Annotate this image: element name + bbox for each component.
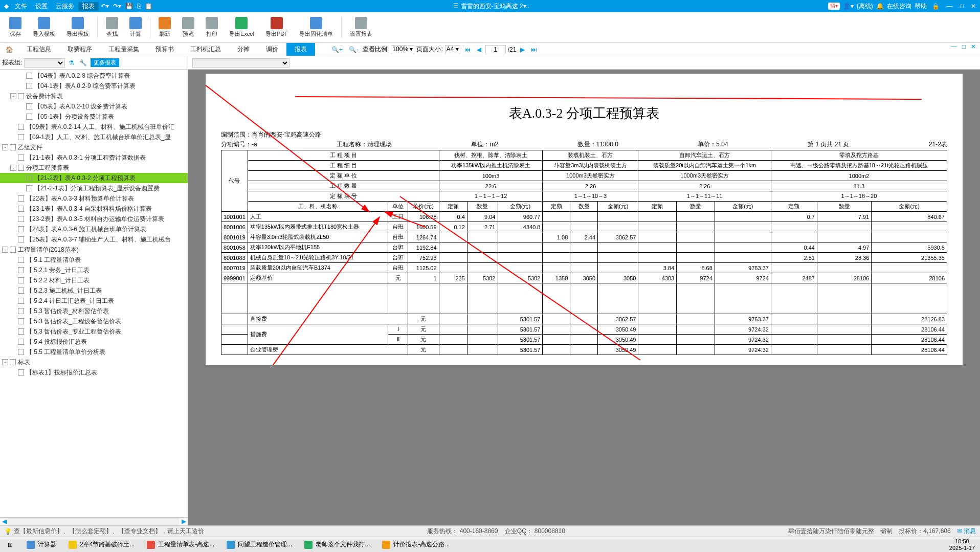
tree-item[interactable]: -设备费计算表 [0, 91, 188, 101]
tree-item[interactable]: 【21-1表】表A.0.3-1 分项工程费计算数据表 [0, 152, 188, 163]
tree-item[interactable]: 【 5.3 暂估价表_工程设备暂估价表 [0, 316, 188, 326]
tree-item[interactable]: 【04-1表】表A.0.2-9 综合费率计算表 [0, 81, 188, 91]
ribbon-export-solid[interactable]: 导出固化清单 [294, 17, 338, 38]
tree-item[interactable]: -工程量清单(2018范本) [0, 245, 188, 255]
ribbon-print[interactable]: 打印 [201, 17, 223, 38]
tree-item[interactable]: 【23-1表】表A.0.3-4 自采材料料场价格计算表 [0, 204, 188, 214]
next-page-icon[interactable]: ▶ [518, 46, 527, 53]
undo-icon[interactable]: ↶▾ [99, 3, 111, 10]
ribbon-settings-report[interactable]: 设置报表 [345, 17, 377, 38]
close-panel-icon[interactable]: ✕ [969, 43, 978, 56]
app-icon[interactable]: ◆ [2, 3, 11, 10]
content-select[interactable] [192, 58, 289, 68]
close-icon[interactable]: ✕ [969, 3, 978, 10]
ribbon-export-template[interactable]: 导出模板 [61, 17, 94, 38]
tree-item[interactable]: 【21-2表】表A.0.3-2 分项工程预算表 [0, 173, 188, 183]
wrench-icon[interactable]: 🔧 [78, 59, 88, 67]
prev-page-icon[interactable]: ◀ [475, 46, 483, 53]
ribbon-find[interactable]: 查找 [101, 17, 123, 38]
last-page-icon[interactable]: ⏭ [529, 46, 539, 53]
start-button[interactable]: ⊞ [0, 541, 20, 548]
tab-report[interactable]: 报表 [286, 43, 315, 56]
ribbon-refresh[interactable]: 刷新 [153, 17, 176, 38]
tree-item[interactable]: 【 5.4 投标报价汇总表 [0, 337, 188, 347]
ribbon-import-template[interactable]: 导入模板 [28, 17, 60, 38]
badge-zhao[interactable]: 招▾ [828, 3, 840, 10]
ribbon-preview[interactable]: 预览 [177, 17, 199, 38]
tree-item[interactable]: -乙组文件 [0, 142, 188, 152]
copy-icon[interactable]: ⎘ [135, 3, 143, 10]
tab-qty-collect[interactable]: 工程量采集 [100, 43, 147, 56]
tree-item[interactable]: 【 5.3 暂估价表_材料暂估价表 [0, 306, 188, 316]
minimize-icon[interactable]: — [945, 3, 955, 10]
status-tip[interactable]: 查【最新信息价】、【怎么套定额】、【查专业文档】，请上天工造价 [14, 527, 204, 536]
tree-item[interactable]: 【04表】表A.0.2-8 综合费率计算表 [0, 71, 188, 81]
lock-icon[interactable]: 🔒 [930, 3, 942, 10]
taskbar-item-3[interactable]: 同望工程造价管理... [220, 537, 298, 552]
menu-cloud[interactable]: 云服务 [52, 2, 78, 11]
menu-file[interactable]: 文件 [11, 2, 31, 11]
tree-item[interactable]: 【 5.2.2 材料_计日工表 [0, 275, 188, 285]
tree-item[interactable]: 【标表1】投标报价汇总表 [0, 367, 188, 378]
tree-item[interactable]: 【09表】表A.0.2-14 人工、材料、施工机械台班单价汇 [0, 122, 188, 132]
first-page-icon[interactable]: ⏮ [462, 46, 473, 53]
taskbar-item-2[interactable]: 工程量清单表-高速... [141, 537, 220, 552]
tree-item[interactable]: 【23-2表】表A.0.3-5 材料自办运输单位运费计算表 [0, 214, 188, 224]
report-group-select[interactable] [24, 58, 65, 68]
ribbon-calc[interactable]: 计算 [124, 17, 147, 38]
ribbon-save[interactable]: 保存 [4, 17, 27, 38]
ribbon-export-excel[interactable]: 导出Excel [224, 17, 259, 38]
content-area[interactable]: 表A.0.3-2 分项工程预算表 编制范围： 肖肖的西安-宝鸡高速公路 分项编号… [188, 56, 980, 525]
page-input[interactable] [485, 45, 506, 54]
ribbon-export-pdf[interactable]: 导出PDF [260, 17, 293, 38]
tree-item[interactable]: 【09-1表】人工、材料、施工机械台班单价汇总表_显 [0, 132, 188, 142]
scroll-right-icon[interactable]: ▶ [180, 518, 188, 525]
redo-icon[interactable]: ↷▾ [111, 3, 123, 10]
tree-item[interactable]: 【05-1表】分项设备费计算表 [0, 112, 188, 122]
tab-fee-program[interactable]: 取费程序 [59, 43, 100, 56]
save-icon[interactable]: 💾 [123, 3, 135, 10]
tab-allocation[interactable]: 分摊 [229, 43, 258, 56]
taskbar-item-1[interactable]: 2章4节路基破碎土... [62, 537, 141, 552]
tab-project-info[interactable]: 工程信息 [18, 43, 59, 56]
bell-icon[interactable]: 🔔 [876, 3, 884, 10]
help-link[interactable]: 帮助 [915, 2, 927, 11]
tree-item[interactable]: -分项工程预算表 [0, 163, 188, 173]
tree-item[interactable]: 【24表】表A.0.3-6 施工机械台班单价计算表 [0, 224, 188, 234]
zoom-in-icon[interactable]: 🔍+ [329, 46, 345, 53]
minimize-panel-icon[interactable]: — [949, 43, 959, 56]
paste-icon[interactable]: 📋 [143, 3, 154, 10]
tree-item[interactable]: -标表 [0, 357, 188, 367]
scroll-left-icon[interactable]: ◀ [0, 518, 8, 525]
zoom-select[interactable]: 100% ▾ [391, 45, 414, 54]
restore-panel-icon[interactable]: □ [960, 43, 968, 56]
report-tree[interactable]: 【04表】表A.0.2-8 综合费率计算表【04-1表】表A.0.2-9 综合费… [0, 70, 188, 517]
filter-icon[interactable]: ⚗ [67, 59, 76, 67]
tab-budget[interactable]: 预算书 [147, 43, 182, 56]
consult-link[interactable]: 在线咨询 [887, 2, 911, 11]
message-link[interactable]: ✉ 消息 [957, 527, 976, 536]
home-icon[interactable]: 🏠 [0, 43, 18, 56]
user-icon[interactable]: 👤▾ [843, 3, 854, 10]
taskbar-clock[interactable]: 10:502025-1-17 [944, 538, 980, 551]
tree-item[interactable]: 【25表】表A.0.3-7 辅助生产人工、材料、施工机械台 [0, 234, 188, 245]
page-size-select[interactable]: A4 ▾ [445, 45, 460, 54]
zoom-out-icon[interactable]: 🔍- [347, 46, 361, 53]
taskbar-calculator[interactable]: 计算器 [20, 537, 62, 552]
tree-item[interactable]: 【 5.3 暂估价表_专业工程暂估价表 [0, 326, 188, 337]
tree-item[interactable]: 【 5.2.1 劳务_计日工表 [0, 265, 188, 275]
doc-title[interactable]: 雷雷的西安-宝鸡高速 2▾.. [461, 2, 530, 11]
tree-item[interactable]: 【 5.1 工程量清单表 [0, 255, 188, 265]
tab-adjust-price[interactable]: 调价 [258, 43, 286, 56]
tree-item[interactable]: 【21-2-1表】分项工程预算表_显示设备购置费 [0, 183, 188, 193]
more-reports-button[interactable]: 更多报表 [91, 58, 119, 67]
taskbar-item-4[interactable]: 老师这个文件我打... [298, 537, 376, 552]
tree-item[interactable]: 【05表】表A.0.2-10 设备费计算表 [0, 101, 188, 112]
taskbar-item-5[interactable]: 计价报表-高速公路... [376, 537, 456, 552]
tree-item[interactable]: 【 5.2.4 计日工汇总表_计日工表 [0, 296, 188, 306]
tree-item[interactable]: 【 5.2.3 施工机械_计日工表 [0, 285, 188, 296]
tree-item[interactable]: 【22表】表A.0.3-3 材料预算单价计算表 [0, 193, 188, 204]
maximize-icon[interactable]: □ [958, 3, 966, 10]
tree-item[interactable]: 【 5.5 工程量清单单价分析表 [0, 347, 188, 357]
tab-material-summary[interactable]: 工料机汇总 [182, 43, 229, 56]
